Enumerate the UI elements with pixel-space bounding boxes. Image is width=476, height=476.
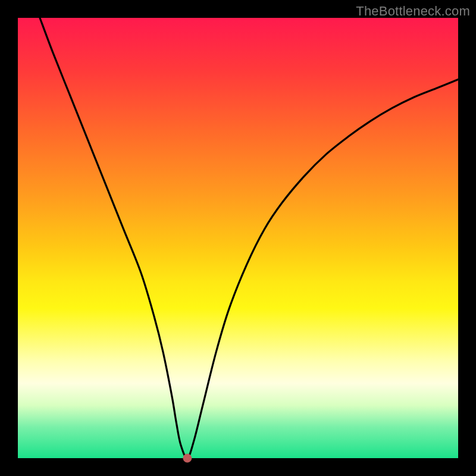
- bottleneck-curve: [40, 18, 458, 458]
- curve-layer: [18, 18, 458, 458]
- chart-frame: TheBottleneck.com: [0, 0, 476, 476]
- watermark-text: TheBottleneck.com: [356, 4, 470, 19]
- plot-area: [18, 18, 458, 458]
- optimum-marker: [183, 454, 192, 462]
